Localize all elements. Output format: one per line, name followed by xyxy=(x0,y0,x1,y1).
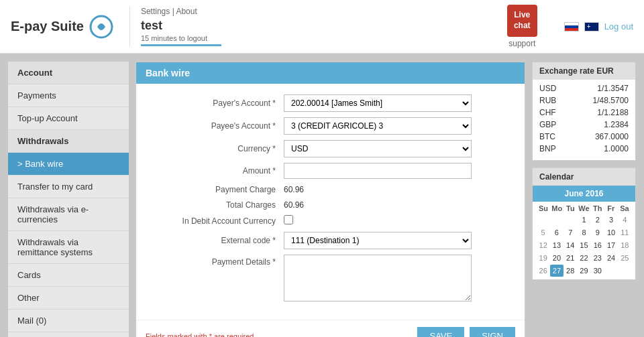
sidebar-item-account[interactable]: Account xyxy=(8,62,129,84)
cal-day-29[interactable]: 29 xyxy=(578,265,590,277)
exchange-currency-gbp: GBP xyxy=(539,120,556,129)
payment-charge-value: 60.96 xyxy=(284,184,472,194)
sidebar-item-other[interactable]: Other xyxy=(8,287,129,310)
cal-day-4[interactable]: 4 xyxy=(619,214,631,226)
sidebar-item-withdrawals[interactable]: Withdrawals xyxy=(8,130,129,153)
progress-bar xyxy=(141,44,221,46)
sidebar-item-ecurrencies[interactable]: Withdrawals via e-currencies xyxy=(8,198,129,231)
cal-day-28[interactable]: 28 xyxy=(564,265,577,277)
payment-details-row: Payment Details * xyxy=(150,255,511,304)
cal-day-9[interactable]: 9 xyxy=(591,226,604,239)
save-button[interactable]: SAVE xyxy=(417,327,464,337)
cal-day-18[interactable]: 18 xyxy=(619,239,631,251)
header-nav: Settings | About test 15 minutes to logo… xyxy=(129,7,480,46)
logout-button[interactable]: Log out xyxy=(604,21,633,31)
cal-day-14[interactable]: 14 xyxy=(564,239,577,251)
total-charges-static: 60.96 xyxy=(284,200,304,210)
weekday-mo: Mo xyxy=(550,204,564,212)
amount-input[interactable] xyxy=(284,163,472,179)
cal-day-2[interactable]: 2 xyxy=(591,214,604,226)
live-chat-button[interactable]: Live chat xyxy=(507,5,537,36)
header-nav-links: Settings | About xyxy=(141,7,480,16)
cal-day-25[interactable]: 25 xyxy=(619,252,631,264)
cal-day-19[interactable]: 19 xyxy=(537,252,549,264)
cal-day-1[interactable]: 1 xyxy=(578,214,590,226)
calendar-days: 1234567891011121314151617181920212223242… xyxy=(537,214,631,277)
payers-account-select[interactable]: 202.00014 [James Smith] xyxy=(284,94,472,112)
exchange-row-chf: CHF 1/1.2188 xyxy=(539,107,629,119)
amount-label: Amount * xyxy=(150,166,284,176)
currency-select[interactable]: USD EUR GBP xyxy=(284,140,472,157)
debit-currency-checkbox[interactable] xyxy=(284,215,293,224)
cal-day-30[interactable]: 30 xyxy=(591,265,604,277)
payment-details-textarea[interactable] xyxy=(284,255,472,301)
cal-day-22[interactable]: 22 xyxy=(578,252,590,264)
currency-control: USD EUR GBP xyxy=(284,140,472,157)
sidebar-item-cards[interactable]: Cards xyxy=(8,264,129,287)
total-charges-value: 60.96 xyxy=(284,200,472,210)
sidebar-item-transfer[interactable]: Transfer to my card xyxy=(8,176,129,198)
exchange-rate-usd: 1/1.3547 xyxy=(597,84,629,93)
weekday-we: We xyxy=(577,204,590,212)
cal-day-15[interactable]: 15 xyxy=(578,239,590,251)
panel-footer: Fields marked with * are required SAVE S… xyxy=(136,320,525,337)
total-charges-label: Total Charges xyxy=(150,200,284,210)
required-note: Fields marked with * are required xyxy=(146,332,254,338)
payment-charge-static: 60.96 xyxy=(284,185,304,194)
sidebar-item-bank-wire[interactable]: > Bank wire xyxy=(8,153,129,176)
nav-separator: | xyxy=(172,7,174,16)
currency-row: Currency * USD EUR GBP xyxy=(150,140,511,157)
cal-day-10[interactable]: 10 xyxy=(604,226,617,239)
sidebar-item-remittance[interactable]: Withdrawals via remittance systems xyxy=(8,231,129,264)
settings-link[interactable]: Settings xyxy=(141,7,170,16)
payment-charge-row: Payment Charge 60.96 xyxy=(150,184,511,194)
external-code-row: External code * 111 (Destination 1) xyxy=(150,232,511,249)
payees-account-control: 3 (CREDIT AGRICOLE) 3 xyxy=(284,117,472,135)
cal-day-17[interactable]: 17 xyxy=(604,239,617,251)
cal-day-empty xyxy=(604,265,617,277)
cal-day-26[interactable]: 26 xyxy=(537,265,549,277)
external-code-select[interactable]: 111 (Destination 1) xyxy=(284,232,472,249)
amount-control xyxy=(284,163,472,179)
payees-account-select[interactable]: 3 (CREDIT AGRICOLE) 3 xyxy=(284,117,472,135)
debit-currency-row: In Debit Account Currency xyxy=(150,215,511,226)
sidebar-item-payments[interactable]: Payments xyxy=(8,84,129,107)
sidebar-item-mail[interactable]: Mail (0) xyxy=(8,310,129,332)
payers-account-control: 202.00014 [James Smith] xyxy=(284,94,472,112)
panel-header: Bank wire xyxy=(136,62,525,84)
exchange-currency-chf: CHF xyxy=(539,108,556,117)
logout-time: 15 minutes to logout xyxy=(141,34,480,42)
cal-day-27[interactable]: 27 xyxy=(550,265,563,277)
cal-day-24[interactable]: 24 xyxy=(604,252,617,264)
cal-day-8[interactable]: 8 xyxy=(578,226,590,239)
cal-day-6[interactable]: 6 xyxy=(550,226,563,239)
sign-button[interactable]: SIGN xyxy=(470,327,515,337)
exchange-rate-bnp: 1.0000 xyxy=(604,144,629,153)
weekday-sa: Sa xyxy=(618,204,631,212)
flag-uk-icon[interactable] xyxy=(584,22,599,31)
cal-day-empty xyxy=(619,265,631,277)
cal-day-23[interactable]: 23 xyxy=(591,252,604,264)
exchange-rate-gbp: 1.2384 xyxy=(604,120,629,129)
flag-ru-icon[interactable] xyxy=(564,22,579,31)
about-link[interactable]: About xyxy=(176,7,197,16)
cal-day-3[interactable]: 3 xyxy=(604,214,617,226)
main-content: Bank wire Payer's Account * 202.00014 [J… xyxy=(136,62,525,337)
cal-day-16[interactable]: 16 xyxy=(591,239,604,251)
exchange-currency-rub: RUB xyxy=(539,96,556,105)
exchange-header: Exchange rate EUR xyxy=(533,62,635,80)
sidebar-item-topup[interactable]: Top-up Account xyxy=(8,107,129,130)
cal-day-20[interactable]: 20 xyxy=(550,252,563,264)
cal-day-5[interactable]: 5 xyxy=(537,226,549,239)
cal-day-13[interactable]: 13 xyxy=(550,239,563,251)
exchange-panel: Exchange rate EUR USD 1/1.3547 RUB 1/48.… xyxy=(532,62,636,161)
header-title: test xyxy=(141,19,480,33)
payees-account-label: Payee's Account * xyxy=(150,121,284,131)
exchange-rate-chf: 1/1.2188 xyxy=(597,108,629,117)
cal-day-11[interactable]: 11 xyxy=(619,226,631,239)
weekday-tu: Tu xyxy=(564,204,577,212)
exchange-body: USD 1/1.3547 RUB 1/48.5700 CHF 1/1.2188 … xyxy=(533,80,635,160)
cal-day-7[interactable]: 7 xyxy=(564,226,577,239)
cal-day-12[interactable]: 12 xyxy=(537,239,549,251)
cal-day-21[interactable]: 21 xyxy=(564,252,577,264)
